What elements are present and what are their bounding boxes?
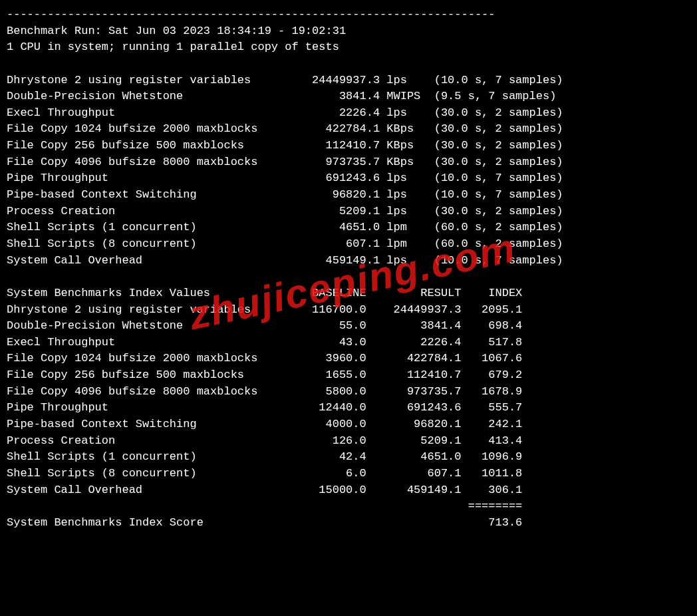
index-result-row: File Copy 4096 bufsize 8000 maxblocks 58… [7,384,690,400]
test-result-row: Execl Throughput 2226.4 lps (30.0 s, 2 s… [7,105,690,122]
test-result-row: Process Creation 5209.1 lps (30.0 s, 2 s… [7,204,690,220]
index-result-row: Shell Scripts (1 concurrent) 42.4 4651.0… [7,449,690,466]
test-result-row: Pipe Throughput 691243.6 lps (10.0 s, 7 … [7,170,690,187]
score-divider: ======== [7,498,690,515]
index-result-row: System Call Overhead 15000.0 459149.1 30… [7,482,690,499]
test-result-row: Dhrystone 2 using register variables 244… [7,73,690,89]
test-result-row: Double-Precision Whetstone 3841.4 MWIPS … [7,88,690,105]
index-result-row: Double-Precision Whetstone 55.0 3841.4 6… [7,318,690,335]
index-header-line: System Benchmarks Index Values BASELINE … [7,285,690,302]
separator-line: ----------------------------------------… [7,7,690,23]
test-result-row: Shell Scripts (1 concurrent) 4651.0 lpm … [7,220,690,236]
benchmark-tests-block: Dhrystone 2 using register variables 244… [7,73,690,269]
blank-line [7,56,690,73]
index-result-row: File Copy 256 bufsize 500 maxblocks 1655… [7,367,690,384]
test-result-row: Shell Scripts (8 concurrent) 607.1 lpm (… [7,236,690,253]
index-result-row: Process Creation 126.0 5209.1 413.4 [7,433,690,450]
blank-line [7,269,690,285]
index-result-row: File Copy 1024 bufsize 2000 maxblocks 39… [7,351,690,367]
terminal-output: ----------------------------------------… [7,7,690,532]
test-result-row: File Copy 4096 bufsize 8000 maxblocks 97… [7,154,690,171]
test-result-row: File Copy 256 bufsize 500 maxblocks 1124… [7,138,690,154]
index-result-row: Dhrystone 2 using register variables 116… [7,302,690,319]
test-result-row: Pipe-based Context Switching 96820.1 lps… [7,187,690,204]
index-result-row: Pipe-based Context Switching 4000.0 9682… [7,416,690,433]
index-result-row: Pipe Throughput 12440.0 691243.6 555.7 [7,400,690,416]
test-result-row: File Copy 1024 bufsize 2000 maxblocks 42… [7,121,690,138]
benchmark-score-line: System Benchmarks Index Score 713.6 [7,515,690,532]
benchmark-run-header: Benchmark Run: Sat Jun 03 2023 18:34:19 … [7,23,690,40]
test-result-row: System Call Overhead 459149.1 lps (10.0 … [7,253,690,269]
index-result-row: Shell Scripts (8 concurrent) 6.0 607.1 1… [7,466,690,482]
index-result-row: Execl Throughput 43.0 2226.4 517.8 [7,335,690,351]
index-values-block: Dhrystone 2 using register variables 116… [7,302,690,499]
cpu-info-line: 1 CPU in system; running 1 parallel copy… [7,39,690,56]
